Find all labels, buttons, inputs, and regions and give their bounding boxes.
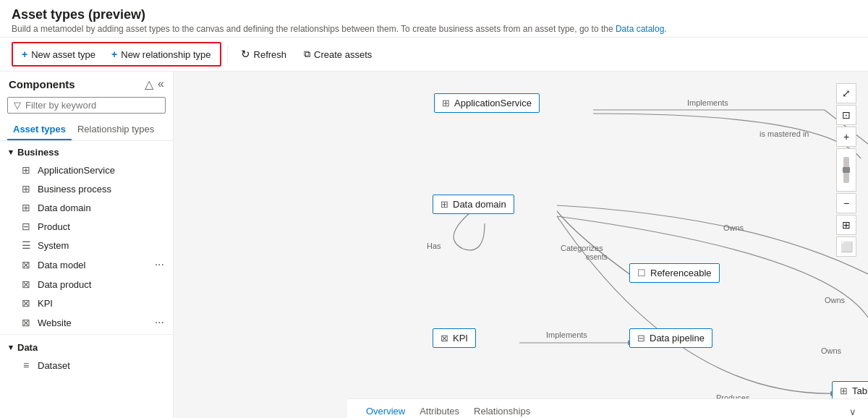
node-datapipeline[interactable]: ⊟ Data pipeline: [629, 328, 712, 348]
header: Asset types (preview) Build a metamodel …: [0, 0, 868, 72]
sidebar-scroll: ▾ Business ⊞ ApplicationService ⊞ Busine…: [0, 141, 173, 418]
sidebar-header: Components △ «: [0, 72, 173, 94]
node-kpi-label: KPI: [453, 333, 468, 344]
product-icon: ⊟: [20, 221, 32, 232]
applicationservice-icon: ⊞: [20, 164, 32, 176]
zoom-slider[interactable]: [836, 148, 856, 192]
zoom-out-button[interactable]: −: [836, 193, 856, 213]
create-assets-button[interactable]: ⧉ Create assets: [297, 45, 379, 64]
node-referenceable[interactable]: ☐ Referenceable: [629, 263, 720, 283]
sidebar-item-system[interactable]: ☰ System: [0, 236, 173, 255]
sidebar-item-kpi[interactable]: ⊠ KPI: [0, 294, 173, 312]
section-divider: [0, 334, 173, 335]
toolbar-highlight-group: + New asset type + New relationship type: [12, 42, 221, 67]
grid-button[interactable]: ⬜: [836, 236, 856, 257]
bottom-tab-overview[interactable]: Overview: [359, 400, 412, 418]
node-datapipeline-label: Data pipeline: [650, 333, 705, 344]
refresh-button[interactable]: ↻ Refresh: [234, 44, 294, 64]
search-box[interactable]: ▽: [7, 97, 166, 114]
datadomain-icon: ⊞: [20, 202, 32, 213]
sidebar-item-datamodel[interactable]: ⊠ Data model ···: [0, 255, 173, 275]
new-relationship-type-button[interactable]: + New relationship type: [104, 45, 218, 64]
new-asset-type-button[interactable]: + New asset type: [14, 45, 103, 64]
toolbar: + New asset type + New relationship type…: [0, 38, 868, 72]
node-kpi[interactable]: ⊠ KPI: [433, 328, 476, 348]
node-datadomain-icon: ⊞: [441, 199, 448, 210]
node-table-icon: ⊞: [840, 385, 848, 396]
sidebar-item-datadomain[interactable]: ⊞ Data domain: [0, 198, 173, 217]
refresh-icon: ↻: [241, 48, 250, 61]
main-layout: Components △ « ▽ Asset types Relationshi…: [0, 72, 868, 418]
businessprocess-icon: ⊞: [20, 183, 32, 195]
sidebar: Components △ « ▽ Asset types Relationshi…: [0, 72, 174, 418]
svg-text:Owns: Owns: [825, 296, 846, 304]
dataproduct-icon: ⊠: [20, 278, 32, 290]
sidebar-item-businessprocess[interactable]: ⊞ Business process: [0, 179, 173, 198]
kpi-icon: ⊠: [20, 297, 32, 309]
node-datapipeline-icon: ⊟: [637, 333, 645, 344]
svg-text:Implements: Implements: [546, 330, 587, 339]
node-kpi-icon: ⊠: [441, 333, 448, 344]
svg-text:Owns: Owns: [723, 223, 744, 232]
node-applicationservice[interactable]: ⊞ ApplicationService: [434, 93, 540, 113]
bottom-tab-attributes[interactable]: Attributes: [412, 400, 467, 418]
sidebar-item-dataset[interactable]: ≡ Dataset: [0, 356, 173, 375]
canvas-controls: ⤢ ⊡ + − ⊞ ⬜: [836, 83, 856, 257]
canvas-area: Implements is mastered in Has Categorize…: [174, 72, 868, 418]
website-icon: ⊠: [20, 317, 32, 328]
node-applicationservice-label: ApplicationService: [454, 98, 532, 108]
svg-text:is mastered in: is mastered in: [760, 129, 809, 138]
expand-canvas-button[interactable]: ⤢: [836, 83, 856, 103]
sidebar-item-website[interactable]: ⊠ Website ···: [0, 312, 173, 333]
svg-text:Owns: Owns: [821, 346, 842, 355]
chevron-down-icon-data: ▾: [9, 343, 13, 352]
svg-text:Implements: Implements: [687, 98, 728, 107]
sidebar-item-product[interactable]: ⊟ Product: [0, 217, 173, 236]
section-data-label: Data: [17, 342, 38, 353]
plus-icon-2: +: [111, 48, 117, 60]
node-datadomain[interactable]: ⊞ Data domain: [433, 195, 514, 214]
datamodel-icon: ⊠: [20, 259, 32, 270]
dataset-icon: ≡: [20, 359, 32, 371]
plus-icon: +: [22, 48, 27, 60]
filter-icon: ▽: [14, 100, 21, 111]
node-table-label: Table: [852, 385, 868, 396]
sidebar-tabs: Asset types Relationship types: [0, 119, 173, 141]
bottom-chevron-icon[interactable]: ∨: [849, 406, 856, 417]
section-business-label: Business: [17, 147, 59, 158]
fit-canvas-button[interactable]: ⊡: [836, 105, 856, 125]
node-datadomain-label: Data domain: [453, 199, 506, 210]
section-data[interactable]: ▾ Data: [0, 336, 173, 356]
collapse-panel-icon[interactable]: «: [158, 77, 164, 91]
chevron-down-icon: ▾: [9, 148, 13, 157]
sidebar-item-dataproduct[interactable]: ⊠ Data product: [0, 275, 173, 294]
node-referenceable-icon: ☐: [637, 268, 646, 278]
node-applicationservice-icon: ⊞: [442, 98, 450, 108]
system-icon: ☰: [20, 239, 32, 251]
node-table[interactable]: ⊞ Table: [832, 381, 868, 401]
zoom-in-button[interactable]: +: [836, 127, 856, 147]
sidebar-title: Components: [9, 78, 75, 90]
canvas-svg: Implements is mastered in Has Categorize…: [174, 72, 868, 418]
create-assets-icon: ⧉: [304, 48, 310, 60]
bottom-tab-relationships[interactable]: Relationships: [467, 400, 537, 418]
datamodel-dots[interactable]: ···: [155, 258, 164, 271]
header-description: Build a metamodel by adding asset types …: [12, 24, 856, 34]
layout-button[interactable]: ⊞: [836, 215, 856, 235]
tab-asset-types[interactable]: Asset types: [7, 119, 72, 140]
bottom-tabs: Overview Attributes Relationships ∨: [347, 398, 868, 418]
search-input[interactable]: [25, 100, 159, 111]
node-referenceable-label: Referenceable: [650, 268, 712, 278]
toolbar-divider-1: [227, 46, 228, 63]
website-dots[interactable]: ···: [155, 316, 164, 329]
sidebar-item-applicationservice[interactable]: ⊞ ApplicationService: [0, 161, 173, 179]
data-catalog-link[interactable]: Data catalog.: [616, 24, 667, 34]
sidebar-controls: △ «: [145, 77, 164, 91]
tab-relationship-types[interactable]: Relationship types: [72, 119, 160, 140]
svg-text:Has: Has: [427, 242, 441, 250]
section-business[interactable]: ▾ Business: [0, 141, 173, 161]
collapse-up-icon[interactable]: △: [145, 77, 153, 91]
page-title: Asset types (preview): [12, 7, 856, 22]
